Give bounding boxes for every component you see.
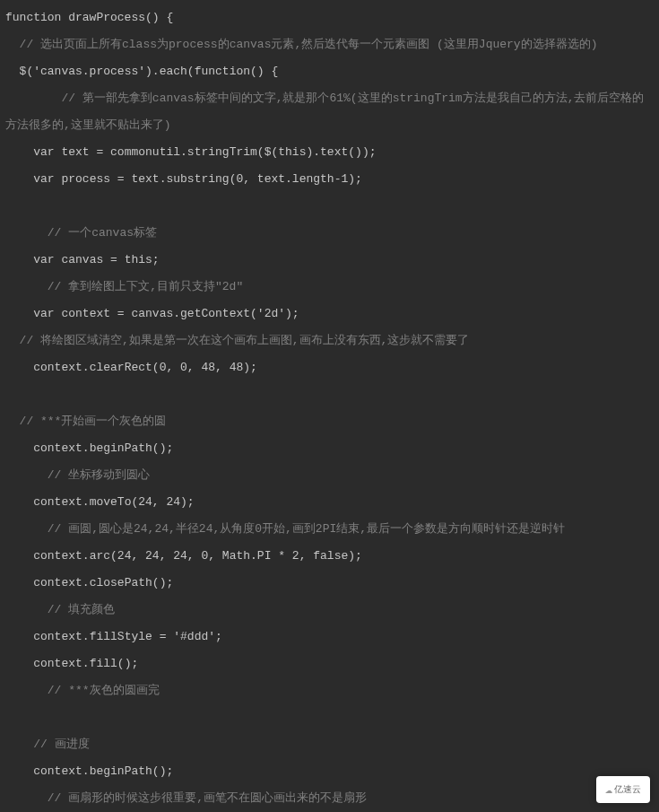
code-line: context.clearRect(0, 0, 48, 48); bbox=[33, 361, 257, 374]
code-line: var context = canvas.getContext('2d'); bbox=[33, 307, 299, 320]
code-line: var text = commonutil.stringTrim($(this)… bbox=[33, 145, 376, 159]
code-comment: // 填充颜色 bbox=[48, 603, 115, 616]
code-line: context.arc(24, 24, 24, 0, Math.PI * 2, … bbox=[33, 549, 362, 563]
code-block: function drawProcess() { // 选出页面上所有class… bbox=[5, 4, 654, 812]
code-line: context.beginPath(); bbox=[33, 441, 173, 455]
code-line: var canvas = this; bbox=[33, 253, 159, 266]
code-line: context.beginPath(); bbox=[33, 764, 173, 778]
code-comment: // 第一部先拿到canvas标签中间的文字,就是那个61%(这里的string… bbox=[5, 92, 644, 132]
code-line: var process = text.substring(0, text.len… bbox=[33, 172, 362, 186]
logo-text: 亿速云 bbox=[614, 776, 641, 803]
code-line: context.closePath(); bbox=[33, 576, 173, 589]
code-line: context.fill(); bbox=[33, 657, 138, 670]
code-comment: // 画进度 bbox=[33, 738, 89, 751]
cloud-icon: ☁ bbox=[605, 776, 612, 803]
code-line: context.fillStyle = '#ddd'; bbox=[33, 630, 222, 643]
code-comment: // ***开始画一个灰色的圆 bbox=[20, 415, 167, 428]
code-line: context.moveTo(24, 24); bbox=[33, 495, 194, 509]
code-comment: // 选出页面上所有class为process的canvas元素,然后迭代每一个… bbox=[20, 38, 598, 51]
code-comment: // 坐标移动到圆心 bbox=[48, 468, 150, 482]
code-comment: // 画圆,圆心是24,24,半径24,从角度0开始,画到2PI结束,最后一个参… bbox=[48, 522, 565, 536]
code-comment: // 将绘图区域清空,如果是第一次在这个画布上画图,画布上没有东西,这步就不需要… bbox=[20, 334, 470, 347]
code-comment: // 画扇形的时候这步很重要,画笔不在圆心画出来的不是扇形 bbox=[48, 791, 367, 805]
code-comment: // 拿到绘图上下文,目前只支持"2d" bbox=[48, 280, 243, 293]
code-line: $('canvas.process').each(function() { bbox=[20, 65, 279, 78]
code-comment: // 一个canvas标签 bbox=[48, 226, 157, 240]
code-comment: // ***灰色的圆画完 bbox=[48, 684, 160, 697]
code-line: function drawProcess() { bbox=[5, 11, 173, 24]
watermark-logo: ☁ 亿速云 bbox=[596, 776, 650, 803]
